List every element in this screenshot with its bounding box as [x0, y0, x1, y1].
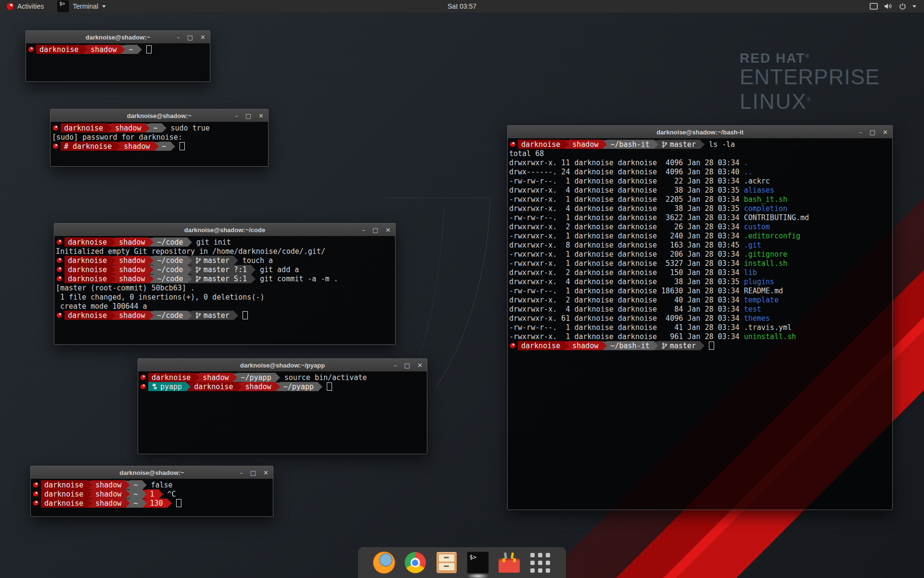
window-titlebar[interactable]: darknoise@shadow:~/bash-it–□✕: [508, 126, 892, 139]
command-text: ls -la: [709, 140, 735, 149]
terminal-line: darknoiseshadow~/codegit init: [56, 237, 395, 247]
terminal-body[interactable]: darknoiseshadow~sudo true[sudo] password…: [51, 122, 268, 166]
terminal-line: darknoiseshadow~/codemastertouch a: [56, 256, 395, 265]
git-branch-icon: [662, 141, 667, 148]
maximize-button[interactable]: □: [870, 129, 875, 135]
window-titlebar[interactable]: darknoise@shadow:~–□✕: [51, 109, 268, 122]
maximize-button[interactable]: □: [245, 113, 251, 119]
powerline-separator-icon: [159, 490, 163, 499]
toolbox-body: [499, 560, 520, 573]
window-titlebar[interactable]: darknoise@shadow:~/code–□✕: [54, 223, 395, 236]
redhat-prompt-icon: [510, 343, 515, 348]
command-text: touch a: [243, 256, 273, 265]
powerline-separator-icon: [233, 373, 237, 382]
minimize-button[interactable]: –: [240, 470, 243, 476]
output-text: drwx------. 24 darknoise darknoise 4096 …: [509, 168, 744, 176]
powerline-separator-icon: [149, 275, 154, 283]
redhat-prompt-icon: [141, 384, 146, 389]
window-controls: –□✕: [177, 31, 205, 43]
powerline-separator-icon: [149, 238, 154, 247]
clock-button[interactable]: Sat 03:57: [443, 0, 481, 13]
minimize-button[interactable]: –: [362, 227, 365, 233]
window-titlebar[interactable]: darknoise@shadow:~–□✕: [31, 466, 273, 479]
terminal-body[interactable]: darknoiseshadow~/pyappsource bin/activat…: [138, 371, 427, 454]
app-menu-button[interactable]: $> Terminal: [53, 0, 110, 13]
prompt-segment-host: shadow: [116, 256, 149, 265]
terminal-launcher[interactable]: $>: [466, 550, 489, 575]
filename: .editorconfig: [744, 232, 800, 240]
filename: completion: [744, 204, 787, 213]
prompt-segment-host: shadow: [116, 237, 149, 247]
show-applications-button[interactable]: [529, 550, 552, 575]
prompt-segment-err: 130: [147, 499, 167, 508]
close-button[interactable]: ✕: [258, 113, 264, 119]
prompt-segment-user: darknoise: [36, 45, 83, 54]
powerline-separator-icon: [111, 311, 116, 320]
terminal-body[interactable]: darknoiseshadow~: [26, 43, 210, 81]
window-title: darknoise@shadow:~/code: [184, 226, 265, 234]
close-button[interactable]: ✕: [417, 362, 423, 368]
terminal-line: [sudo] password for darknoise:: [52, 132, 268, 142]
maximize-button[interactable]: □: [404, 362, 410, 368]
terminal-body[interactable]: darknoiseshadow~falsedarknoiseshadow~1^C…: [31, 479, 273, 516]
firefox-launcher[interactable]: [372, 550, 396, 575]
close-button[interactable]: ✕: [883, 129, 888, 135]
prompt-segment-dir: ~/code: [154, 256, 187, 265]
terminal-window-sudo[interactable]: darknoise@shadow:~–□✕darknoiseshadow~sud…: [50, 109, 269, 167]
minimize-button[interactable]: –: [859, 129, 862, 135]
toolbox-launcher[interactable]: [498, 550, 521, 575]
prompt-segment-host: shadow: [92, 499, 126, 508]
system-status-area[interactable]: [867, 0, 919, 13]
close-button[interactable]: ✕: [263, 470, 269, 476]
dock: $>: [358, 547, 566, 578]
maximize-button[interactable]: □: [187, 34, 193, 40]
terminal-window-bash-it[interactable]: darknoise@shadow:~/bash-it–□✕darknoisesh…: [507, 125, 893, 510]
terminal-window-code[interactable]: darknoise@shadow:~/code–□✕darknoiseshado…: [54, 223, 396, 345]
close-button[interactable]: ✕: [200, 34, 205, 40]
terminal-body[interactable]: darknoiseshadow~/codegit initInitialized…: [54, 236, 395, 344]
maximize-button[interactable]: □: [372, 227, 378, 233]
prompt-segment-user: # darknoise: [61, 142, 116, 151]
file-manager-launcher[interactable]: [435, 550, 458, 575]
minimize-button[interactable]: –: [177, 34, 180, 40]
activities-button[interactable]: Activities: [4, 0, 47, 13]
terminal-line: darknoiseshadow~/bash-itmaster: [509, 341, 892, 350]
window-titlebar[interactable]: darknoise@shadow:~–□✕: [26, 31, 210, 44]
display-icon: [870, 3, 878, 10]
redhat-prompt-icon: [141, 375, 146, 380]
powerline-separator-icon: [126, 490, 130, 499]
powerline-separator-icon: [603, 342, 607, 350]
prompt-segment-host: shadow: [112, 123, 145, 132]
close-button[interactable]: ✕: [385, 227, 391, 233]
window-titlebar[interactable]: darknoise@shadow:~/pyapp–□✕: [138, 359, 427, 372]
toolbox-clasp: [513, 558, 516, 562]
powerline-separator-icon: [188, 311, 192, 320]
powerline-separator-icon: [186, 382, 191, 391]
chrome-launcher[interactable]: [404, 550, 427, 575]
terminal-window-home-2[interactable]: darknoise@shadow:~–□✕darknoiseshadow~fal…: [30, 466, 273, 517]
terminal-body[interactable]: darknoiseshadow~/bash-itmasterls -latota…: [508, 138, 892, 510]
prompt-segment-user: darknoise: [64, 256, 111, 265]
power-icon: [899, 3, 906, 10]
registered-mark: ®: [807, 96, 812, 102]
redhat-prompt-icon: [33, 500, 38, 506]
output-text: drwxrwxr-x. 4 darknoise darknoise 84 Jan…: [509, 305, 744, 314]
terminal-window-home-1[interactable]: darknoise@shadow:~–□✕darknoiseshadow~: [26, 30, 210, 82]
maximize-button[interactable]: □: [250, 470, 256, 476]
prompt-segment-user: darknoise: [64, 311, 111, 320]
powerline-separator-icon: [121, 45, 125, 54]
minimize-button[interactable]: –: [394, 362, 397, 368]
app-grid-icon: [530, 553, 550, 573]
powerline-separator-icon: [251, 265, 256, 274]
git-branch-icon: [195, 257, 201, 264]
window-title: darknoise@shadow:~: [119, 469, 184, 476]
filename: bash_it.sh: [744, 195, 787, 204]
powerline-separator-icon: [142, 481, 147, 489]
prompt-segment-user: darknoise: [191, 382, 237, 391]
prompt-segment-user: darknoise: [64, 265, 111, 274]
minimize-button[interactable]: –: [235, 113, 238, 119]
terminal-window-pyapp[interactable]: darknoise@shadow:~/pyapp–□✕darknoiseshad…: [138, 358, 427, 454]
prompt-segment-git: master: [658, 341, 700, 350]
terminal-line: darknoiseshadow~/codemaster S:1git commi…: [56, 274, 395, 283]
output-text: -rwxrwxr-x. 1 darknoise darknoise 5327 J…: [509, 259, 744, 268]
